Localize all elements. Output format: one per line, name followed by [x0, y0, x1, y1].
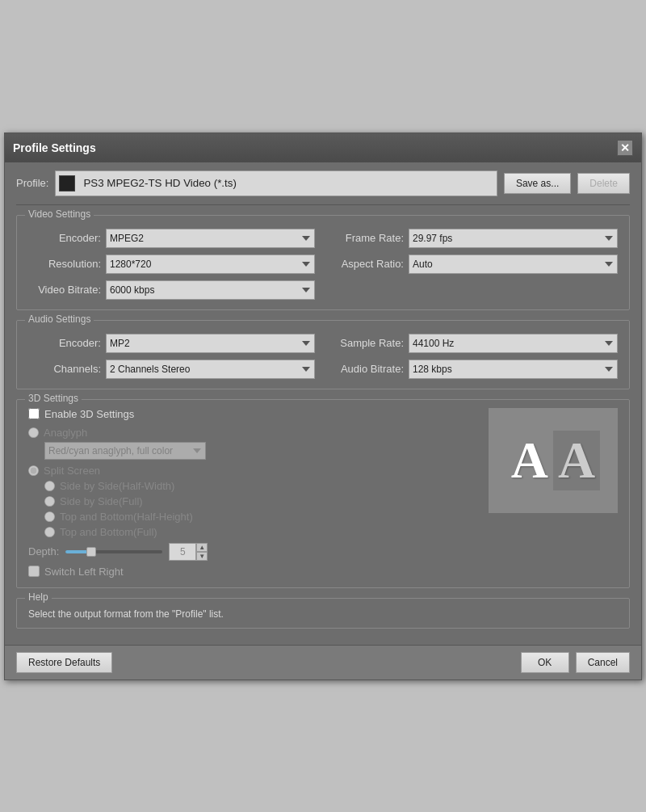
channels-row: Channels: 2 Channels Stereo	[28, 360, 315, 379]
top-bottom-full-label: Top and Bottom(Full)	[60, 526, 157, 538]
depth-spinners: ▲ ▼	[196, 543, 208, 561]
profile-select[interactable]: PS3 MPEG2-TS HD Video (*.ts)	[78, 173, 493, 194]
audio-bitrate-label: Audio Bitrate:	[331, 363, 404, 375]
help-legend: Help	[25, 591, 52, 603]
split-screen-radio[interactable]	[28, 465, 39, 476]
depth-slider-track	[65, 550, 162, 553]
aspect-ratio-row: Aspect Ratio: Auto	[331, 255, 618, 274]
depth-up-button[interactable]: ▲	[196, 543, 208, 552]
sample-rate-row: Sample Rate: 44100 Hz	[331, 334, 618, 353]
top-bottom-full-row: Top and Bottom(Full)	[44, 526, 480, 538]
profile-settings-dialog: Profile Settings ✕ Profile: PS3 MPEG2-TS…	[4, 133, 642, 680]
split-screen-label: Split Screen	[44, 465, 100, 477]
audio-encoder-row: Encoder: MP2	[28, 334, 315, 353]
preview-inner: A A	[506, 431, 600, 490]
audio-settings-legend: Audio Settings	[25, 313, 94, 325]
top-bottom-half-row: Top and Bottom(Half-Height)	[44, 511, 480, 523]
profile-label: Profile:	[16, 177, 48, 189]
profile-select-wrapper: PS3 MPEG2-TS HD Video (*.ts)	[55, 170, 497, 196]
audio-encoder-label: Encoder:	[28, 337, 101, 349]
preview-letter-left: A	[506, 431, 553, 490]
video-bitrate-row: Video Bitrate: 6000 kbps	[28, 280, 315, 300]
delete-button[interactable]: Delete	[577, 173, 630, 194]
split-screen-row: Split Screen	[28, 465, 480, 477]
video-bitrate-select[interactable]: 6000 kbps	[106, 280, 315, 300]
enable-3d-label: Enable 3D Settings	[44, 408, 134, 420]
frame-rate-label: Frame Rate:	[331, 232, 404, 244]
footer-right: OK Cancel	[521, 652, 630, 673]
restore-defaults-button[interactable]: Restore Defaults	[16, 652, 112, 673]
aspect-ratio-label: Aspect Ratio:	[331, 258, 404, 270]
dialog-title: Profile Settings	[13, 141, 96, 154]
close-button[interactable]: ✕	[617, 140, 633, 156]
three-d-settings-section: 3D Settings Enable 3D Settings Anaglyph	[16, 399, 630, 588]
enable-3d-row: Enable 3D Settings	[28, 408, 480, 420]
switch-left-right-row: Switch Left Right	[28, 566, 480, 578]
depth-down-button[interactable]: ▼	[196, 552, 208, 561]
sample-rate-label: Sample Rate:	[331, 337, 404, 349]
help-section: Help Select the output format from the "…	[16, 598, 630, 629]
depth-input[interactable]	[169, 543, 196, 561]
resolution-label: Resolution:	[28, 258, 101, 270]
side-by-side-full-row: Side by Side(Full)	[44, 495, 480, 507]
dialog-body: Profile: PS3 MPEG2-TS HD Video (*.ts) Sa…	[5, 162, 641, 645]
switch-left-right-checkbox[interactable]	[28, 566, 40, 577]
depth-number: ▲ ▼	[169, 543, 208, 561]
save-as-button[interactable]: Save as...	[504, 173, 571, 194]
resolution-row: Resolution: 1280*720	[28, 255, 315, 274]
sample-rate-select[interactable]: 44100 Hz	[409, 334, 618, 353]
video-settings-section: Video Settings Encoder: MPEG2 Frame Rate…	[16, 215, 630, 310]
video-encoder-row: Encoder: MPEG2	[28, 229, 315, 248]
three-d-body: Enable 3D Settings Anaglyph Red/cyan ana…	[28, 408, 618, 578]
video-settings-legend: Video Settings	[25, 208, 94, 220]
ok-button[interactable]: OK	[521, 652, 569, 673]
depth-row: Depth: ▲ ▼	[28, 543, 480, 561]
side-by-side-half-row: Side by Side(Half-Width)	[44, 480, 480, 492]
anaglyph-label: Anaglyph	[44, 427, 87, 439]
anaglyph-radio[interactable]	[28, 427, 39, 438]
video-settings-grid: Encoder: MPEG2 Frame Rate: 29.97 fps Res…	[28, 229, 618, 300]
anaglyph-select[interactable]: Red/cyan anaglyph, full color	[44, 442, 206, 460]
footer: Restore Defaults OK Cancel	[5, 645, 641, 679]
cancel-button[interactable]: Cancel	[576, 652, 630, 673]
channels-label: Channels:	[28, 363, 101, 375]
frame-rate-row: Frame Rate: 29.97 fps	[331, 229, 618, 248]
switch-left-right-label: Switch Left Right	[44, 566, 124, 578]
depth-label: Depth:	[28, 545, 59, 557]
profile-row: Profile: PS3 MPEG2-TS HD Video (*.ts) Sa…	[16, 170, 630, 205]
aspect-ratio-select[interactable]: Auto	[409, 255, 618, 274]
profile-icon	[59, 175, 75, 191]
video-encoder-select[interactable]: MPEG2	[106, 229, 315, 248]
three-d-preview: A A	[489, 408, 618, 513]
title-bar: Profile Settings ✕	[5, 133, 641, 162]
audio-bitrate-row: Audio Bitrate: 128 kbps	[331, 360, 618, 379]
audio-settings-grid: Encoder: MP2 Sample Rate: 44100 Hz Chann…	[28, 334, 618, 379]
audio-bitrate-select[interactable]: 128 kbps	[409, 360, 618, 379]
audio-settings-section: Audio Settings Encoder: MP2 Sample Rate:…	[16, 320, 630, 389]
resolution-select[interactable]: 1280*720	[106, 255, 315, 274]
side-by-side-full-label: Side by Side(Full)	[60, 495, 143, 507]
enable-3d-checkbox[interactable]	[28, 408, 40, 419]
channels-select[interactable]: 2 Channels Stereo	[106, 360, 315, 379]
video-encoder-label: Encoder:	[28, 232, 101, 244]
top-bottom-half-radio[interactable]	[44, 511, 55, 522]
three-d-controls: Enable 3D Settings Anaglyph Red/cyan ana…	[28, 408, 480, 578]
preview-letter-right: A	[553, 431, 600, 490]
top-bottom-half-label: Top and Bottom(Half-Height)	[60, 511, 193, 523]
side-by-side-half-label: Side by Side(Half-Width)	[60, 480, 174, 492]
frame-rate-select[interactable]: 29.97 fps	[409, 229, 618, 248]
help-text: Select the output format from the "Profi…	[28, 608, 618, 620]
anaglyph-row: Anaglyph	[28, 427, 480, 439]
top-bottom-full-radio[interactable]	[44, 527, 55, 537]
depth-slider-thumb[interactable]	[86, 547, 96, 557]
side-by-side-half-radio[interactable]	[44, 481, 55, 491]
video-bitrate-label: Video Bitrate:	[28, 284, 101, 296]
three-d-settings-legend: 3D Settings	[25, 393, 82, 404]
side-by-side-full-radio[interactable]	[44, 496, 55, 507]
anaglyph-select-row: Red/cyan anaglyph, full color	[28, 442, 480, 465]
audio-encoder-select[interactable]: MP2	[106, 334, 315, 353]
